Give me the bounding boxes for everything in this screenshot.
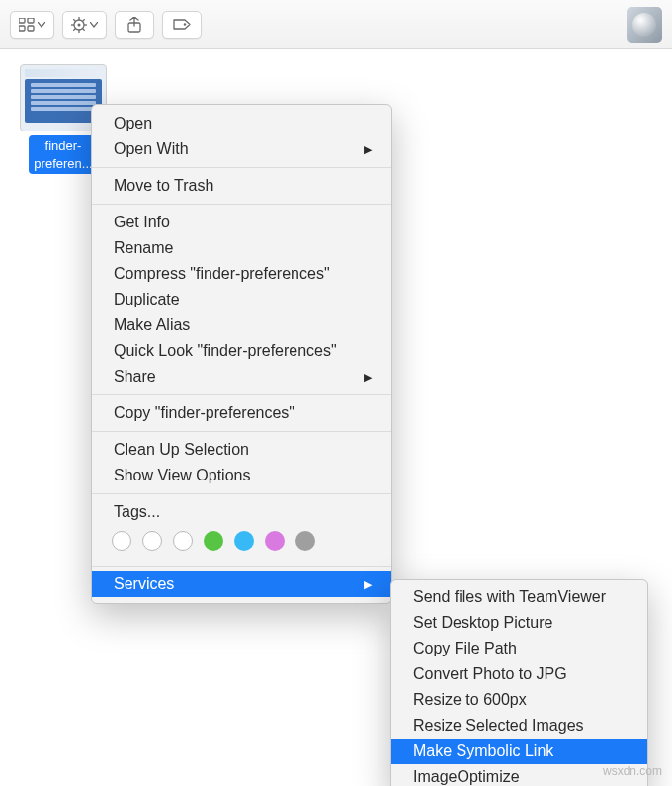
view-mode-button[interactable]: [10, 11, 54, 39]
menu-item-label: Services: [114, 575, 174, 593]
tag-color-dot[interactable]: [204, 531, 223, 551]
svg-line-10: [73, 19, 75, 21]
menu-item-rename[interactable]: Rename: [92, 235, 391, 261]
submenu-arrow-icon: ▶: [364, 371, 372, 384]
svg-point-5: [78, 23, 81, 26]
svg-line-13: [73, 28, 75, 30]
menu-item-clean-up[interactable]: Clean Up Selection: [92, 437, 391, 463]
submenu-item[interactable]: Copy File Path: [391, 636, 647, 661]
menu-item-label: Open With: [114, 140, 189, 158]
menu-item-open-with[interactable]: Open With ▶: [92, 136, 391, 162]
file-label[interactable]: finder-preferen...: [29, 135, 97, 174]
menu-item-quick-look[interactable]: Quick Look "finder-preferences": [92, 338, 391, 364]
menu-item-open[interactable]: Open: [92, 111, 391, 136]
submenu-item[interactable]: Set Desktop Picture: [391, 610, 647, 636]
finder-content-area[interactable]: finder-preferen... Open Open With ▶ Move…: [0, 49, 672, 786]
svg-rect-0: [19, 18, 25, 23]
tag-color-dot[interactable]: [234, 531, 254, 551]
automator-icon[interactable]: [627, 7, 662, 43]
menu-item-make-alias[interactable]: Make Alias: [92, 312, 391, 338]
menu-separator: [92, 204, 391, 205]
menu-item-services[interactable]: Services ▶: [92, 571, 391, 597]
svg-line-12: [83, 19, 85, 21]
svg-rect-1: [28, 18, 34, 23]
context-menu: Open Open With ▶ Move to Trash Get Info …: [91, 104, 392, 604]
grid-view-icon: [19, 18, 35, 32]
watermark-text: wsxdn.com: [603, 764, 662, 778]
menu-separator: [92, 431, 391, 432]
submenu-item[interactable]: Resize to 600px: [391, 687, 647, 713]
menu-item-view-options[interactable]: Show View Options: [92, 463, 391, 488]
gear-icon: [71, 17, 87, 33]
menu-item-share[interactable]: Share ▶: [92, 364, 391, 390]
menu-item-trash[interactable]: Move to Trash: [92, 173, 391, 199]
submenu-item[interactable]: Send files with TeamViewer: [391, 584, 647, 610]
menu-separator: [92, 394, 391, 395]
menu-item-copy[interactable]: Copy "finder-preferences": [92, 400, 391, 426]
action-menu-button[interactable]: [62, 11, 107, 39]
menu-item-duplicate[interactable]: Duplicate: [92, 287, 391, 312]
tag-color-dot[interactable]: [112, 531, 131, 551]
menu-item-label: Share: [114, 368, 156, 386]
share-icon: [127, 17, 141, 33]
menu-separator: [92, 167, 391, 168]
chevron-down-icon: [90, 22, 98, 28]
chevron-down-icon: [38, 22, 45, 28]
submenu-item[interactable]: Convert Photo to JPG: [391, 661, 647, 687]
tags-button[interactable]: [162, 11, 202, 39]
tag-color-dot[interactable]: [265, 531, 285, 551]
svg-point-15: [184, 23, 186, 25]
tag-color-row: [92, 525, 391, 561]
submenu-item[interactable]: Resize Selected Images: [391, 713, 647, 739]
submenu-arrow-icon: ▶: [364, 578, 372, 591]
tag-color-dot[interactable]: [295, 531, 315, 551]
menu-item-compress[interactable]: Compress "finder-preferences": [92, 261, 391, 287]
menu-item-tags[interactable]: Tags...: [92, 499, 391, 525]
svg-rect-2: [19, 26, 25, 31]
submenu-item[interactable]: Make Symbolic Link: [391, 739, 647, 764]
submenu-arrow-icon: ▶: [364, 143, 372, 156]
services-submenu: Send files with TeamViewerSet Desktop Pi…: [390, 579, 648, 786]
tag-color-dot[interactable]: [173, 531, 193, 551]
menu-separator: [92, 566, 391, 567]
svg-line-11: [83, 28, 85, 30]
menu-separator: [92, 493, 391, 494]
menu-item-get-info[interactable]: Get Info: [92, 210, 391, 235]
window-toolbar: [0, 0, 672, 49]
tag-icon: [172, 18, 192, 31]
svg-rect-3: [28, 26, 34, 31]
tag-color-dot[interactable]: [142, 531, 162, 551]
share-button[interactable]: [115, 11, 154, 39]
